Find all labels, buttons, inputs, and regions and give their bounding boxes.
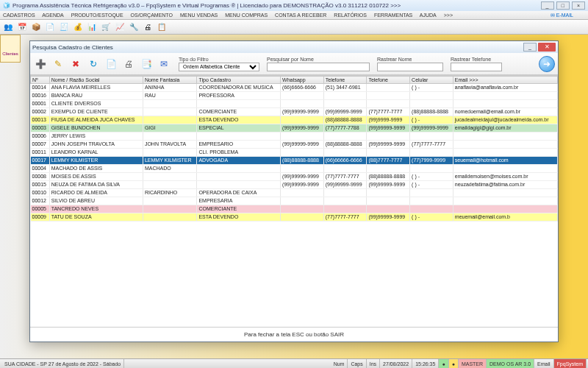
table-row[interactable]: 00013FIUSA DE ALMEIDA JUCA CHAVESESTA DE… <box>31 116 558 124</box>
col-2[interactable]: Nome Fantasia <box>143 77 197 84</box>
menubar: CADASTROS AGENDA PRODUTO/ESTOQUE OS/ORÇA… <box>0 11 588 20</box>
print-icon[interactable]: 🖨 <box>121 57 136 71</box>
tb-icon-10[interactable]: 🔧 <box>127 21 140 33</box>
dialog-close-button[interactable]: ✕ <box>538 43 556 52</box>
search-name-group: Pesquisar por Nome <box>267 57 370 71</box>
app-icon: 🧊 <box>3 0 10 11</box>
tb-icon-8[interactable]: 🛒 <box>99 21 112 33</box>
menu-vendas[interactable]: MENU VENDAS <box>180 13 218 18</box>
results-grid[interactable]: NºNome / Razão SocialNome FantasiaTipo C… <box>30 75 558 327</box>
menu-ajuda[interactable]: AJUDA <box>420 13 437 18</box>
filter-group: Tipo do Filtro Ordem Alfabetica Cliente <box>179 57 259 71</box>
menu-compras[interactable]: MENU COMPRAS <box>225 13 268 18</box>
filter-select[interactable]: Ordem Alfabetica Cliente <box>179 63 259 71</box>
tb-icon-11[interactable]: 🖨 <box>141 21 154 33</box>
col-4[interactable]: Whatsapp <box>281 77 324 84</box>
track-phone-input[interactable] <box>451 63 502 71</box>
table-row[interactable]: 00012SILVIO DE ABREUEMPRESARIA <box>31 197 558 205</box>
status-caps: Caps <box>348 359 366 369</box>
edit-icon[interactable]: ✎ <box>51 57 65 71</box>
status-date: 27/08/2022 <box>380 359 412 369</box>
table-row[interactable]: 00016BIANCA RAURAUPROFESSORA <box>31 92 558 100</box>
dialog-title: Pesquisa Cadastro de Clientes <box>32 44 523 51</box>
tb-icon-9[interactable]: 📈 <box>113 21 126 33</box>
email-link[interactable]: ✉ E-MAIL <box>551 11 579 20</box>
results-table: NºNome / Razão SocialNome FantasiaTipo C… <box>30 76 558 222</box>
table-row[interactable]: 00008MOISES DE ASSIS(99)99999-9999(77)77… <box>31 173 558 181</box>
track-name-input[interactable] <box>377 63 443 71</box>
maximize-button[interactable]: □ <box>556 1 570 10</box>
table-row[interactable]: 00002EXEMPLO DE CLIENTECOMERCIANTE(99)99… <box>31 108 558 116</box>
dialog-footer-text: Para fechar a tela ESC ou botão SAIR <box>244 331 344 338</box>
status-system[interactable]: FpqSystem <box>554 359 587 369</box>
dialog-title-bar: Pesquisa Cadastro de Clientes _ ✕ <box>30 41 558 53</box>
mail-icon[interactable]: ✉ <box>157 57 171 71</box>
menu-contas[interactable]: CONTAS A RECEBER <box>275 13 326 18</box>
table-row[interactable]: 00005TANCREDO NEVESCOMERCIANTE <box>31 205 558 213</box>
dialog-footer: Para fechar a tela ESC ou botão SAIR <box>30 327 558 342</box>
status-ins: Ins <box>367 359 380 369</box>
tb-icon-12[interactable]: 📋 <box>155 21 168 33</box>
col-1[interactable]: Nome / Razão Social <box>49 77 143 84</box>
filter-label: Tipo do Filtro <box>179 57 259 62</box>
menu-ferramentas[interactable]: FERRAMENTAS <box>374 13 412 18</box>
table-row[interactable]: 00007JOHN JOSEPH TRAVOLTAJOHN TRAVOLTAEM… <box>31 141 558 149</box>
menu-more[interactable]: >>> <box>444 13 453 18</box>
table-row[interactable]: 00009TATU DE SOUZAESTA DEVENDO(77)7777-7… <box>31 213 558 222</box>
table-row[interactable]: 00011LEANDRO KARNALCLI. PROBLEMA <box>31 149 558 157</box>
col-7[interactable]: Celular <box>410 77 453 84</box>
col-3[interactable]: Tipo Cadastro <box>197 77 281 84</box>
status-location: SUA CIDADE - SP 27 de Agosto de 2022 - S… <box>1 359 124 369</box>
table-row[interactable]: 00004MACHADO DE ASSISMACHADO <box>31 165 558 173</box>
copy-icon[interactable]: 📄 <box>104 57 118 71</box>
status-lamp-yellow: ● <box>449 359 459 369</box>
tb-icon-4[interactable]: 📄 <box>43 21 57 33</box>
col-5[interactable]: Telefone <box>323 77 367 84</box>
table-row[interactable]: 00003GISELE BUNDCHENGIGIESPECIAL(99)9999… <box>31 124 558 132</box>
tb-icon-5[interactable]: 🧾 <box>57 21 71 33</box>
table-row[interactable]: 00015NEUZA DE FATIMA DA SILVA(99)99999-9… <box>31 181 558 189</box>
menu-os[interactable]: OS/ORÇAMENTO <box>131 13 173 18</box>
col-0[interactable]: Nº <box>31 77 50 84</box>
side-tab-clientes[interactable]: Clientes <box>0 35 21 63</box>
table-row[interactable]: 00017LEMMY KILMISTERLEMMY KILMISTERADVOG… <box>31 157 558 165</box>
status-num: Num <box>331 359 348 369</box>
tb-icon-1[interactable]: 👥 <box>1 21 15 33</box>
table-row[interactable]: 00014ANA FLAVIA MEIRELLESANINHACOORDENAD… <box>31 84 558 92</box>
tb-icon-6[interactable]: 💰 <box>71 21 85 33</box>
close-button[interactable]: × <box>572 1 585 10</box>
status-master: MASTER <box>459 359 487 369</box>
export-icon[interactable]: 📑 <box>139 57 154 71</box>
menu-cadastros[interactable]: CADASTROS <box>3 13 35 18</box>
workspace: Clientes Pesquisa Cadastro de Clientes _… <box>0 35 588 358</box>
delete-icon[interactable]: ✖ <box>68 57 83 71</box>
status-bar: SUA CIDADE - SP 27 de Agosto de 2022 - S… <box>0 358 588 368</box>
search-go-button[interactable]: ➜ <box>539 56 555 72</box>
col-6[interactable]: Telefone <box>367 77 410 84</box>
menu-agenda[interactable]: AGENDA <box>42 13 64 18</box>
track-phone-group: Rastrear Telefone <box>451 57 502 71</box>
track-name-label: Rastrear Nome <box>377 57 443 62</box>
menu-relatorios[interactable]: RELATÓRIOS <box>334 13 367 18</box>
new-icon[interactable]: ➕ <box>33 57 48 71</box>
search-dialog: Pesquisa Cadastro de Clientes _ ✕ ➕ ✎ ✖ … <box>29 40 559 342</box>
col-8[interactable]: Email >>> <box>453 77 557 84</box>
dialog-minimize-button[interactable]: _ <box>523 43 537 52</box>
menu-produto[interactable]: PRODUTO/ESTOQUE <box>71 13 123 18</box>
app-title-bar: 🧊 Programa Assistência Técnica Refrigera… <box>0 0 588 11</box>
table-row[interactable]: 00010RICARDO DE ALMEIDARICARDINHOOPERADO… <box>31 189 558 197</box>
minimize-button[interactable]: _ <box>541 1 554 10</box>
tb-icon-2[interactable]: 📅 <box>15 21 29 33</box>
tb-icon-7[interactable]: 📊 <box>85 21 98 33</box>
tb-icon-3[interactable]: 📦 <box>29 21 43 33</box>
status-email[interactable]: Email <box>534 359 554 369</box>
search-name-input[interactable] <box>267 63 370 71</box>
refresh-icon[interactable]: ↻ <box>86 57 101 71</box>
dialog-toolbar: ➕ ✎ ✖ ↻ 📄 🖨 📑 ✉ Tipo do Filtro Ordem Alf… <box>30 53 558 75</box>
track-name-group: Rastrear Nome <box>377 57 443 71</box>
table-row[interactable]: 00006JERRY LEWIS <box>31 132 558 141</box>
app-title: Programa Assistência Técnica Refrigeraçã… <box>12 0 540 11</box>
table-row[interactable]: 00001CLIENTE DIVERSOS <box>31 100 558 108</box>
main-toolbar: 👥 📅 📦 📄 🧾 💰 📊 🛒 📈 🔧 🖨 📋 <box>0 20 588 35</box>
status-time: 15:26:35 <box>412 359 439 369</box>
